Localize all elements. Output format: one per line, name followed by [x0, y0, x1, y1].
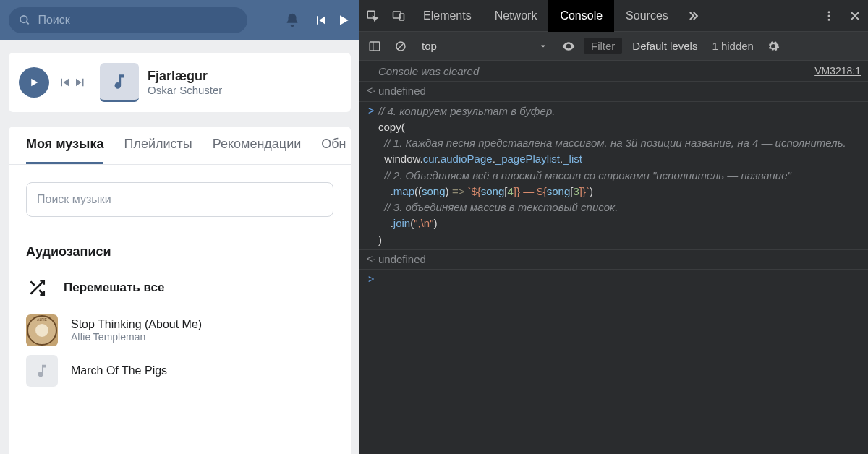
console-value: undefined [378, 252, 861, 267]
section-title-audio: Аудиозаписи [26, 244, 333, 260]
sidebar-toggle-button[interactable] [364, 35, 386, 57]
music-search[interactable] [26, 182, 333, 217]
now-playing-play-button[interactable] [19, 67, 49, 98]
track-row[interactable]: ALFIE Stop Thinking (About Me) Alfie Tem… [9, 310, 351, 351]
context-selector[interactable]: top [416, 40, 553, 52]
code-line: // 4. копируем результат в буфер. [378, 104, 861, 119]
devtools-menu-button[interactable] [816, 0, 842, 32]
track-thumbnail: ALFIE [26, 314, 58, 346]
search-icon [19, 14, 30, 27]
skip-forward-icon [74, 76, 87, 89]
eye-icon [561, 39, 576, 53]
live-expression-button[interactable] [558, 35, 579, 57]
header-prev-button[interactable] [310, 13, 331, 27]
code-line: // 1. Каждая песня представлена массивом… [378, 136, 861, 150]
music-note-icon [34, 363, 50, 379]
log-levels-dropdown[interactable]: Default levels [626, 40, 703, 52]
tab-sources[interactable]: Sources [614, 0, 680, 32]
console-value: undefined [378, 84, 861, 98]
shuffle-label: Перемешать все [64, 280, 164, 295]
tab-my-music[interactable]: Моя музыка [26, 137, 103, 164]
svg-point-0 [20, 15, 27, 22]
shuffle-icon [27, 278, 46, 297]
devices-icon [391, 9, 406, 22]
vk-header [0, 0, 359, 40]
music-tabs: Моя музыка Плейлисты Рекомендации Обн [9, 131, 351, 165]
vk-pane: Fjarlægur Oskar Schuster Моя музыка Плей… [0, 0, 359, 454]
clear-console-button[interactable] [390, 35, 412, 57]
svg-line-14 [398, 43, 404, 49]
clear-icon [394, 40, 407, 53]
more-tabs-button[interactable] [680, 0, 706, 32]
svg-point-10 [828, 18, 830, 20]
gear-icon [767, 40, 780, 53]
console-filter-input[interactable]: Filter [584, 38, 622, 54]
console-output[interactable]: Console was cleared VM3218:1 <· undefine… [359, 61, 868, 454]
music-search-input[interactable] [37, 193, 323, 206]
now-playing-card: Fjarlægur Oskar Schuster [9, 53, 351, 112]
code-line: // 3. объединяем массив в текстовый спис… [378, 200, 861, 215]
skip-back-icon [313, 13, 328, 27]
console-toolbar: top Filter Default levels 1 hidden [359, 32, 868, 61]
code-line: copy( [378, 120, 861, 134]
svg-point-3 [35, 324, 48, 337]
kebab-icon [822, 9, 835, 22]
global-search[interactable] [9, 7, 247, 33]
prompt-icon: > [364, 104, 378, 119]
code-line: ) [378, 233, 861, 247]
bell-icon [284, 12, 300, 28]
play-icon [27, 76, 41, 89]
global-search-input[interactable] [38, 14, 237, 27]
device-toolbar-button[interactable] [386, 0, 412, 32]
now-playing-thumbnail [100, 63, 139, 102]
devtools-pane: Elements Network Console Sources top Fil… [359, 0, 868, 454]
sidebar-icon [368, 40, 381, 53]
hidden-count[interactable]: 1 hidden [707, 40, 758, 52]
console-cleared-message: Console was cleared [378, 64, 814, 79]
track-artist: Alfie Templeman [71, 331, 202, 343]
source-link[interactable]: VM3218:1 [814, 64, 861, 79]
music-card: Моя музыка Плейлисты Рекомендации Обн Ау… [9, 127, 351, 454]
code-line: // 2. Объединяем всё в плоский массив со… [378, 168, 861, 183]
now-playing-artist: Oskar Schuster [148, 84, 222, 96]
devtools-tabbar: Elements Network Console Sources [359, 0, 868, 32]
console-input[interactable] [378, 272, 861, 286]
now-playing-title: Fjarlægur [148, 69, 222, 84]
devtools-close-button[interactable] [842, 0, 868, 32]
play-icon [336, 12, 351, 28]
tab-recommendations[interactable]: Рекомендации [213, 137, 302, 164]
return-icon: <· [364, 252, 378, 267]
notifications-button[interactable] [280, 12, 305, 28]
code-line: .map((song) => `${song[4]} — ${song[3]}`… [378, 184, 861, 199]
svg-line-1 [26, 22, 28, 24]
svg-point-9 [828, 14, 830, 17]
tab-updates[interactable]: Обн [321, 137, 346, 164]
code-line: .join(",\n") [378, 216, 861, 231]
console-settings-button[interactable] [762, 35, 784, 57]
svg-rect-11 [370, 42, 380, 51]
close-icon [848, 9, 861, 22]
header-play-button[interactable] [336, 12, 351, 28]
chevrons-right-icon [686, 9, 700, 23]
shuffle-all-button[interactable]: Перемешать все [9, 273, 351, 310]
mini-next-button[interactable] [74, 76, 87, 89]
mini-prev-button[interactable] [58, 76, 71, 89]
chevron-down-icon [539, 42, 548, 51]
track-title: Stop Thinking (About Me) [71, 318, 202, 331]
context-value: top [422, 40, 437, 52]
music-note-icon [110, 72, 129, 91]
track-row[interactable]: March Of The Pigs [9, 351, 351, 391]
tab-network[interactable]: Network [483, 0, 549, 32]
code-line: window.cur.audioPage._pagePlaylist._list [378, 152, 861, 166]
skip-back-icon [58, 76, 71, 89]
track-title: March Of The Pigs [71, 364, 167, 377]
tab-playlists[interactable]: Плейлисты [124, 137, 192, 164]
return-icon: <· [364, 84, 378, 98]
inspect-icon [366, 9, 379, 22]
prompt-icon: > [364, 273, 378, 286]
inspect-element-button[interactable] [359, 0, 386, 32]
tab-elements[interactable]: Elements [412, 0, 483, 32]
tab-console[interactable]: Console [548, 0, 614, 32]
track-thumbnail [26, 355, 58, 387]
svg-text:ALFIE: ALFIE [37, 317, 48, 322]
